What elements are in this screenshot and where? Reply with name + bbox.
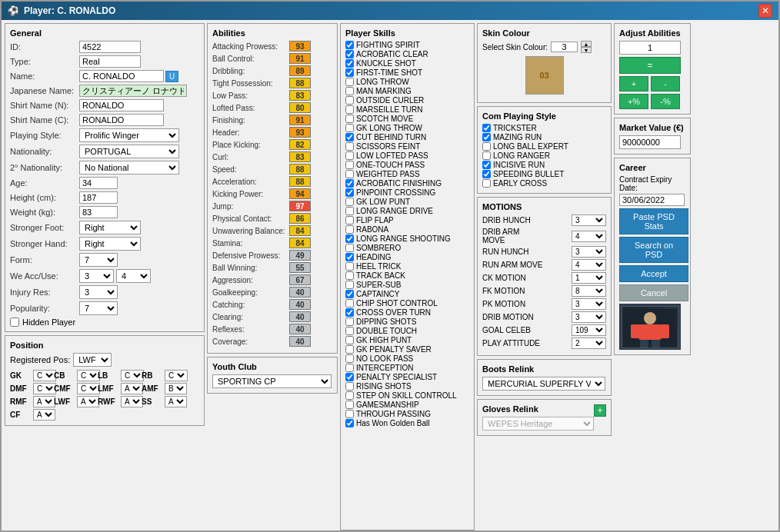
paste-psd-button[interactable]: Paste PSD Stats	[619, 208, 688, 234]
injury-select[interactable]: 3	[79, 285, 118, 299]
skill-checkbox[interactable]	[345, 161, 354, 169]
ability-value[interactable]: 91	[289, 115, 311, 125]
skill-checkbox[interactable]	[345, 318, 354, 326]
ability-value[interactable]: 93	[289, 127, 311, 138]
we-acc-select1[interactable]: 3	[79, 269, 114, 283]
contract-input[interactable]	[619, 194, 685, 206]
form-select[interactable]: 7	[79, 253, 118, 267]
pos-rmf-select[interactable]: A	[33, 396, 55, 407]
skill-checkbox[interactable]	[345, 299, 354, 308]
popularity-select[interactable]: 7	[79, 301, 118, 315]
ability-value[interactable]: 93	[289, 41, 311, 52]
pos-lb-select[interactable]: C	[121, 370, 144, 381]
skill-checkbox[interactable]	[345, 354, 354, 363]
skill-checkbox[interactable]	[345, 124, 354, 132]
youth-select[interactable]: SPORTING CP	[212, 374, 332, 388]
cancel-button[interactable]: Cancel	[619, 284, 688, 301]
skill-checkbox[interactable]	[345, 290, 354, 298]
skill-checkbox[interactable]	[345, 262, 354, 271]
accept-button[interactable]: Accept	[619, 265, 688, 282]
pos-cmf-select[interactable]: C	[77, 383, 100, 394]
skill-checkbox[interactable]	[345, 336, 354, 344]
adjust-minus-button[interactable]: -	[651, 76, 680, 91]
skill-checkbox[interactable]	[345, 188, 354, 197]
shirt-c-input[interactable]	[79, 114, 164, 126]
close-button[interactable]: ✕	[758, 4, 772, 18]
motion-select[interactable]: 8	[572, 285, 606, 297]
com-style-checkbox[interactable]	[482, 161, 491, 169]
u-button[interactable]: U	[165, 71, 178, 82]
pos-lmf-select[interactable]: A	[121, 383, 143, 394]
adjust-plus-pct-button[interactable]: +%	[619, 94, 648, 109]
ability-value[interactable]: 86	[289, 213, 311, 224]
skill-checkbox[interactable]	[345, 373, 354, 381]
skill-checkbox[interactable]	[345, 253, 354, 261]
skill-checkbox[interactable]	[345, 142, 354, 151]
ability-value[interactable]: 49	[289, 250, 311, 261]
ability-value[interactable]: 40	[289, 299, 311, 310]
com-style-checkbox[interactable]	[482, 142, 491, 151]
pos-amf-select[interactable]: B	[165, 383, 187, 394]
ability-value[interactable]: 83	[289, 151, 311, 162]
skill-checkbox[interactable]	[345, 419, 354, 427]
japanese-name-input[interactable]	[79, 85, 187, 97]
ability-value[interactable]: 91	[289, 53, 311, 64]
ability-value[interactable]: 88	[289, 176, 311, 187]
hidden-player-checkbox[interactable]	[10, 318, 19, 327]
nationality-select[interactable]: PORTUGAL	[79, 145, 179, 158]
skill-checkbox[interactable]	[345, 244, 354, 252]
skill-checkbox[interactable]	[345, 78, 354, 86]
boots-select[interactable]: MERCURIAL SUPERFLY VII	[482, 377, 605, 391]
skill-checkbox[interactable]	[345, 50, 354, 58]
ability-value[interactable]: 84	[289, 225, 311, 236]
ability-value[interactable]: 97	[289, 201, 311, 211]
skill-checkbox[interactable]	[345, 364, 354, 372]
skin-spin-up[interactable]: ▲	[581, 41, 592, 47]
skill-checkbox[interactable]	[345, 225, 354, 234]
motion-select[interactable]: 4	[572, 231, 606, 242]
skill-checkbox[interactable]	[345, 87, 354, 95]
motion-select[interactable]: 2	[572, 337, 606, 349]
skill-checkbox[interactable]	[345, 308, 354, 317]
gloves-add-button[interactable]: +	[594, 404, 606, 417]
motion-select[interactable]: 1	[572, 272, 606, 284]
skill-checkbox[interactable]	[345, 216, 354, 224]
ability-value[interactable]: 88	[289, 78, 311, 88]
ability-value[interactable]: 40	[289, 324, 311, 334]
skill-checkbox[interactable]	[345, 115, 354, 123]
shirt-n-input[interactable]	[79, 99, 164, 111]
motion-select[interactable]: 3	[572, 214, 606, 226]
nationality2-select[interactable]: No National	[79, 161, 179, 175]
weight-input[interactable]	[79, 206, 118, 218]
ability-value[interactable]: 55	[289, 262, 311, 273]
skill-checkbox[interactable]	[345, 41, 354, 49]
skill-checkbox[interactable]	[345, 234, 354, 243]
ability-value[interactable]: 80	[289, 102, 311, 113]
skill-checkbox[interactable]	[345, 96, 354, 105]
ability-value[interactable]: 82	[289, 139, 311, 150]
height-input[interactable]	[79, 191, 118, 204]
adjust-eq-button[interactable]: =	[619, 57, 681, 74]
skill-checkbox[interactable]	[345, 281, 354, 289]
skill-checkbox[interactable]	[345, 382, 354, 391]
com-style-checkbox[interactable]	[482, 124, 491, 132]
ability-value[interactable]: 94	[289, 188, 311, 199]
skill-checkbox[interactable]	[345, 133, 354, 141]
skill-checkbox[interactable]	[345, 410, 354, 418]
name-input[interactable]	[79, 70, 164, 82]
skill-checkbox[interactable]	[345, 271, 354, 280]
registered-pos-select[interactable]: LWF	[73, 353, 112, 367]
pos-gk-select[interactable]: C	[33, 370, 56, 381]
skill-checkbox[interactable]	[345, 179, 354, 188]
ability-value[interactable]: 84	[289, 238, 311, 248]
search-psd-button[interactable]: Search on PSD	[619, 237, 688, 263]
pos-lwf-select[interactable]: A	[77, 396, 99, 407]
playing-style-select[interactable]: Prolific Winger	[79, 128, 179, 142]
stronger-hand-select[interactable]: Right	[79, 237, 141, 251]
skill-checkbox[interactable]	[345, 401, 354, 409]
id-input[interactable]	[79, 41, 141, 53]
age-input[interactable]	[79, 177, 118, 189]
skin-spin-down[interactable]: ▼	[581, 47, 592, 53]
pos-rb-select[interactable]: C	[165, 370, 188, 381]
adjust-plus-button[interactable]: +	[619, 76, 648, 91]
